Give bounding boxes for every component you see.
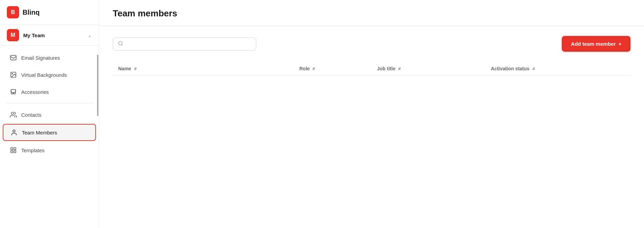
svg-point-2 — [12, 73, 13, 74]
main-content: Team members Add team member + — [99, 0, 644, 228]
sidebar-item-label: Templates — [21, 147, 44, 153]
sort-icon-name: ⇵ — [134, 67, 137, 71]
sidebar-item-virtual-backgrounds[interactable]: Virtual Backgrounds — [3, 67, 96, 83]
sidebar-item-label: Accessories — [21, 89, 49, 95]
toolbar: Add team member + — [113, 36, 630, 52]
chevron-down-icon: ⌄ — [88, 32, 92, 38]
members-table: Name ⇵ Role ⇵ Job title ⇵ Activation sta… — [113, 62, 630, 76]
email-icon — [10, 54, 17, 61]
col-header-job-title[interactable]: Job title ⇵ — [372, 62, 485, 76]
svg-rect-5 — [11, 148, 13, 150]
logo-icon: B — [7, 6, 19, 18]
page-title: Team members — [113, 8, 630, 19]
sidebar-item-email-signatures[interactable]: Email Signatures — [3, 50, 96, 66]
col-header-activation-status[interactable]: Activation status ⇵ — [485, 62, 630, 76]
sort-icon-role: ⇵ — [312, 67, 315, 71]
search-icon — [118, 41, 123, 47]
page-header: Team members — [99, 0, 644, 26]
sidebar-item-label: Contacts — [21, 112, 41, 118]
sort-icon-jobtitle: ⇵ — [398, 67, 401, 71]
search-box[interactable] — [113, 38, 256, 51]
contacts-icon — [10, 111, 17, 118]
nav-divider-1 — [5, 103, 93, 103]
sidebar: B Blinq M My Team ⌄ Email Signatures — [0, 0, 99, 228]
search-input[interactable] — [127, 41, 251, 47]
templates-icon — [10, 146, 17, 154]
svg-rect-8 — [11, 151, 13, 153]
team-avatar: M — [7, 29, 19, 41]
col-header-name[interactable]: Name ⇵ — [113, 62, 294, 76]
svg-point-4 — [13, 130, 15, 132]
sidebar-item-contacts[interactable]: Contacts — [3, 107, 96, 123]
table-header: Name ⇵ Role ⇵ Job title ⇵ Activation sta… — [113, 62, 630, 76]
sidebar-item-accessories[interactable]: Accessories — [3, 84, 96, 100]
content-area: Add team member + Name ⇵ Role ⇵ Job titl… — [99, 26, 644, 228]
plus-icon: + — [618, 41, 621, 47]
svg-rect-7 — [14, 151, 16, 153]
sidebar-nav: Email Signatures Virtual Backgrounds — [0, 46, 99, 228]
svg-point-3 — [11, 112, 14, 115]
sidebar-item-team-members[interactable]: Team Members — [3, 124, 96, 141]
sidebar-scrollbar[interactable] — [97, 0, 99, 228]
team-name: My Team — [23, 32, 84, 38]
col-header-role[interactable]: Role ⇵ — [294, 62, 371, 76]
image-icon — [10, 71, 17, 79]
sidebar-item-label: Team Members — [22, 130, 57, 136]
team-members-icon — [10, 129, 18, 136]
sidebar-item-templates[interactable]: Templates — [3, 142, 96, 158]
scrollbar-thumb — [97, 55, 98, 116]
sidebar-item-label: Email Signatures — [21, 55, 60, 61]
team-selector[interactable]: M My Team ⌄ — [0, 25, 99, 46]
svg-rect-0 — [11, 55, 16, 60]
svg-rect-6 — [14, 148, 16, 150]
accessories-icon — [10, 88, 17, 96]
app-name: Blinq — [23, 9, 40, 16]
sort-icon-activation: ⇵ — [532, 67, 535, 71]
app-logo: B Blinq — [0, 0, 99, 25]
sidebar-item-label: Virtual Backgrounds — [21, 72, 67, 78]
add-team-member-button[interactable]: Add team member + — [562, 36, 630, 52]
add-member-label: Add team member — [571, 41, 616, 47]
